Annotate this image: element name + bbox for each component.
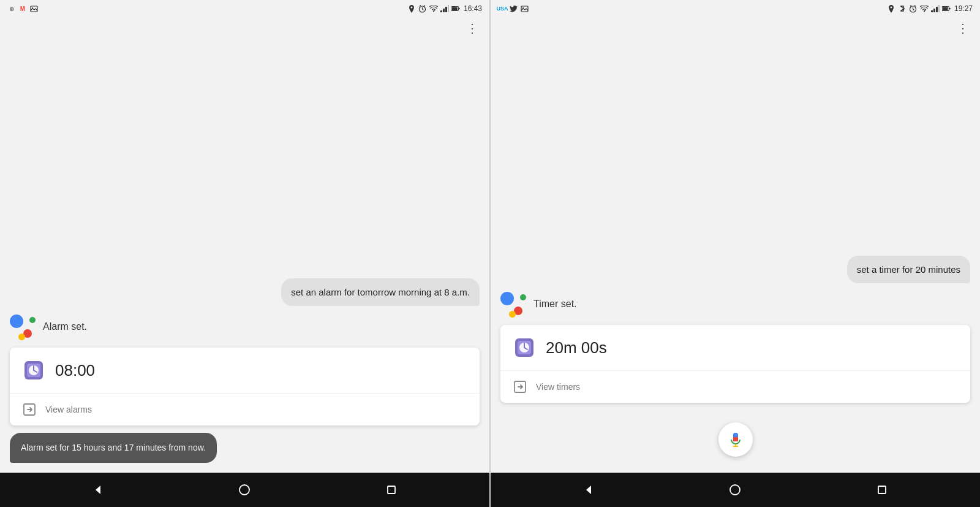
ga-dot-blue-right xyxy=(500,292,514,305)
left-assistant-logo xyxy=(10,313,37,340)
svg-rect-25 xyxy=(521,6,528,12)
svg-rect-10 xyxy=(443,9,445,12)
mic-icon xyxy=(727,431,744,448)
left-status-icons-right: 16:43 xyxy=(407,4,482,13)
right-status-icons-right: 19:27 xyxy=(887,4,973,13)
svg-rect-40 xyxy=(949,8,951,10)
right-assistant-row: Timer set. xyxy=(500,291,970,318)
left-assistant-row: Alarm set. xyxy=(10,313,480,340)
right-home-btn[interactable] xyxy=(725,480,745,500)
svg-rect-11 xyxy=(445,7,447,12)
ga-dot-green-left xyxy=(29,317,36,323)
twitter-icon xyxy=(509,4,518,13)
left-nav-bar xyxy=(0,473,489,507)
ga-dot-yellow-right xyxy=(509,311,516,318)
alarm-icon-right xyxy=(909,4,918,13)
left-response-bubble: Alarm set for 15 hours and 17 minutes fr… xyxy=(10,433,217,463)
right-menu-dots[interactable]: ⋮ xyxy=(957,21,970,36)
left-card-time-row: 08:00 xyxy=(10,348,480,394)
svg-rect-14 xyxy=(452,7,458,10)
svg-rect-34 xyxy=(931,10,933,12)
right-card-time: 20m 00s xyxy=(546,338,607,357)
svg-rect-48 xyxy=(733,433,738,437)
right-back-btn[interactable] xyxy=(579,480,598,500)
left-recent-btn[interactable] xyxy=(382,480,401,500)
right-nav-bar xyxy=(491,473,980,507)
svg-rect-54 xyxy=(878,486,886,494)
wifi-icon-right xyxy=(920,4,929,13)
right-mic-area xyxy=(500,410,970,463)
svg-line-30 xyxy=(913,9,914,10)
right-clock-icon xyxy=(513,336,536,359)
svg-marker-52 xyxy=(586,486,591,494)
right-assistant-text: Timer set. xyxy=(533,299,577,310)
svg-rect-12 xyxy=(448,5,449,12)
svg-rect-24 xyxy=(388,486,395,494)
left-user-bubble: set an alarm for tomorrow morning at 8 a… xyxy=(281,278,480,306)
svg-rect-35 xyxy=(933,9,935,12)
right-card-action[interactable]: View timers xyxy=(500,371,970,403)
location-icon-left xyxy=(407,4,416,13)
battery-icon-left xyxy=(451,4,460,13)
svg-rect-36 xyxy=(936,7,938,12)
left-view-icon xyxy=(22,402,37,417)
left-status-icons-left: ⊕ M xyxy=(7,4,38,13)
right-assistant-logo xyxy=(500,291,527,318)
svg-rect-9 xyxy=(440,10,442,12)
svg-rect-39 xyxy=(943,7,948,10)
left-user-text: set an alarm for tomorrow morning at 8 a… xyxy=(291,287,470,297)
svg-rect-37 xyxy=(938,5,940,12)
left-card-action[interactable]: View alarms xyxy=(10,394,480,425)
left-menu-dots[interactable]: ⋮ xyxy=(466,21,480,36)
left-response-text: Alarm set for 15 hours and 17 minutes fr… xyxy=(21,443,206,452)
right-mic-button[interactable] xyxy=(718,422,753,457)
right-time: 19:27 xyxy=(954,4,973,13)
bluetooth-icon xyxy=(898,4,907,13)
ga-dot-green-right xyxy=(520,294,526,300)
left-view-alarms-label: View alarms xyxy=(45,405,92,414)
svg-line-5 xyxy=(423,9,424,10)
left-assistant-text: Alarm set. xyxy=(43,321,87,332)
left-status-bar: ⊕ M 16:43 xyxy=(0,0,489,17)
left-time: 16:43 xyxy=(464,4,482,13)
svg-rect-49 xyxy=(733,437,738,441)
left-clock-icon xyxy=(22,359,45,382)
left-chat-area: set an alarm for tomorrow morning at 8 a… xyxy=(0,17,489,473)
svg-marker-22 xyxy=(96,486,100,494)
ga-dot-yellow-left xyxy=(18,334,25,340)
svg-point-2 xyxy=(410,6,412,8)
right-view-timers-label: View timers xyxy=(536,382,580,392)
right-card: 20m 00s View timers xyxy=(500,325,970,403)
wifi-icon-left xyxy=(429,4,438,13)
signal-icon-left xyxy=(440,4,449,13)
svg-point-8 xyxy=(433,10,434,12)
right-status-bar: USA xyxy=(491,0,980,17)
right-status-icons-left: USA xyxy=(498,4,529,13)
signal-icon-right xyxy=(931,4,940,13)
left-card-time: 08:00 xyxy=(55,361,95,380)
svg-point-27 xyxy=(890,6,892,8)
ga-dot-blue-left xyxy=(10,314,23,328)
svg-rect-15 xyxy=(459,8,460,10)
svg-point-23 xyxy=(239,485,249,495)
left-card: 08:00 View alarms xyxy=(10,348,480,425)
right-recent-btn[interactable] xyxy=(872,480,892,500)
usatoday-icon: USA xyxy=(498,4,507,13)
right-user-text: set a timer for 20 minutes xyxy=(857,264,960,275)
left-home-btn[interactable] xyxy=(235,480,254,500)
location-icon-right xyxy=(887,4,895,13)
battery-icon-right xyxy=(942,4,951,13)
gmail-icon: M xyxy=(18,4,27,13)
image-icon-right xyxy=(520,4,529,13)
right-chat-area: set a timer for 20 minutes Timer set. xyxy=(491,17,980,473)
left-phone: ⊕ M 16:43 ⋮ xyxy=(0,0,489,507)
image-icon xyxy=(29,4,38,13)
right-phone: USA xyxy=(491,0,980,507)
navigation-icon: ⊕ xyxy=(7,4,16,13)
svg-point-53 xyxy=(730,485,740,495)
svg-rect-0 xyxy=(31,6,37,12)
right-user-bubble: set a timer for 20 minutes xyxy=(847,256,970,283)
right-card-time-row: 20m 00s xyxy=(500,325,970,371)
svg-point-33 xyxy=(924,10,925,12)
left-back-btn[interactable] xyxy=(88,480,108,500)
